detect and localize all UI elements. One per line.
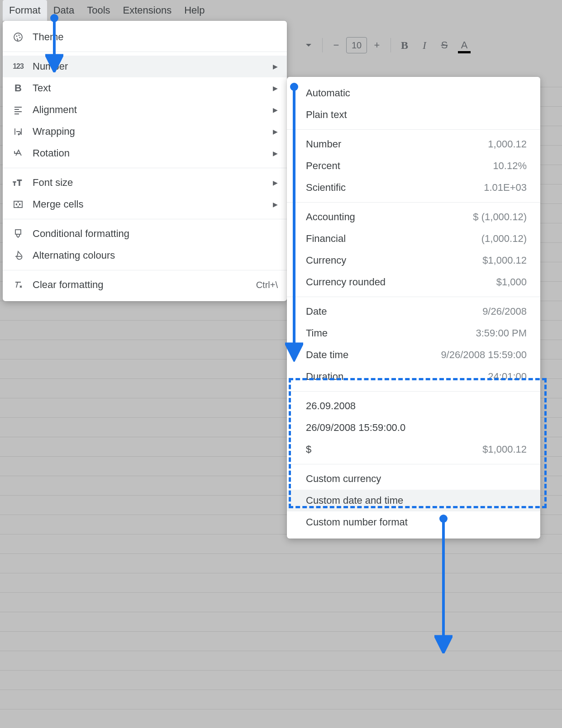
bold-button[interactable]: B	[395, 35, 414, 55]
merge-cells-icon	[12, 198, 24, 211]
menu-separator	[3, 52, 287, 52]
number-item-label: Accounting	[306, 211, 473, 223]
menubar-item-data[interactable]: Data	[47, 0, 81, 21]
menu-separator	[287, 297, 540, 297]
svg-point-2	[19, 35, 20, 36]
toolbar-separator	[322, 38, 323, 52]
number-item-label: Currency	[306, 255, 482, 266]
theme-icon	[12, 31, 24, 43]
number-item-label: 26.09.2008	[306, 400, 527, 412]
svg-point-1	[16, 36, 18, 37]
number-item-number[interactable]: Number 1,000.12	[287, 133, 540, 155]
number-item-recent-format[interactable]: 26/09/2008 15:59:00.0	[287, 417, 540, 439]
menu-item-label: Conditional formatting	[33, 228, 278, 240]
svg-text:T: T	[17, 179, 22, 187]
menu-item-label: Theme	[33, 31, 278, 43]
number-submenu: Automatic Plain text Number 1,000.12 Per…	[287, 77, 540, 539]
submenu-arrow-icon: ▶	[273, 63, 278, 70]
menu-item-clear-formatting[interactable]: Clear formatting Ctrl+\	[3, 274, 287, 296]
italic-button[interactable]: I	[414, 35, 434, 55]
menu-item-text[interactable]: B Text ▶	[3, 77, 287, 99]
menubar: Format Data Tools Extensions Help	[0, 0, 562, 21]
number-item-percent[interactable]: Percent 10.12%	[287, 155, 540, 177]
number-item-label: Custom date and time	[306, 495, 527, 506]
number-item-date-time[interactable]: Date time 9/26/2008 15:59:00	[287, 344, 540, 366]
number-item-custom-number-format[interactable]: Custom number format	[287, 511, 540, 533]
svg-text:T: T	[13, 181, 16, 186]
menu-item-alternating-colours[interactable]: Alternating colours	[3, 245, 287, 266]
menu-separator	[3, 219, 287, 219]
menu-item-rotation[interactable]: Rotation ▶	[3, 142, 287, 164]
menubar-item-help[interactable]: Help	[178, 0, 211, 21]
submenu-arrow-icon: ▶	[273, 179, 278, 186]
toolbar-more-dropdown[interactable]	[299, 35, 319, 55]
submenu-arrow-icon: ▶	[273, 85, 278, 92]
menu-item-number[interactable]: 123 Number ▶	[3, 56, 287, 77]
menu-item-merge-cells[interactable]: Merge cells ▶	[3, 194, 287, 215]
number-item-time[interactable]: Time 3:59:00 PM	[287, 322, 540, 344]
menu-separator	[287, 391, 540, 392]
menubar-item-format[interactable]: Format	[3, 0, 47, 21]
number-item-label: Duration	[306, 371, 488, 383]
number-item-example: $1,000.12	[482, 444, 527, 455]
number-item-scientific[interactable]: Scientific 1.01E+03	[287, 177, 540, 199]
number-item-financial[interactable]: Financial (1,000.12)	[287, 228, 540, 250]
number-item-example: 1.01E+03	[484, 182, 527, 194]
submenu-arrow-icon: ▶	[273, 150, 278, 157]
number-item-example: $ (1,000.12)	[473, 211, 527, 223]
format-menu: Theme 123 Number ▶ B Text ▶ Alignment ▶ …	[3, 21, 287, 301]
menu-item-theme[interactable]: Theme	[3, 26, 287, 48]
menu-item-conditional-formatting[interactable]: Conditional formatting	[3, 223, 287, 245]
number-item-currency-rounded[interactable]: Currency rounded $1,000	[287, 271, 540, 293]
number-item-label: Automatic	[306, 87, 527, 99]
number-item-duration[interactable]: Duration 24:01:00	[287, 366, 540, 388]
submenu-arrow-icon: ▶	[273, 106, 278, 113]
number-item-plain-text[interactable]: Plain text	[287, 104, 540, 126]
number-item-custom-currency[interactable]: Custom currency	[287, 468, 540, 490]
menu-item-label: Wrapping	[33, 126, 265, 137]
number-item-label: Date time	[306, 349, 441, 361]
rotation-icon	[12, 147, 24, 160]
font-size-input[interactable]: 10	[346, 37, 367, 53]
submenu-arrow-icon: ▶	[273, 128, 278, 135]
number-item-example: $1,000	[496, 276, 527, 288]
text-color-button[interactable]: A	[454, 35, 474, 55]
toolbar-separator	[391, 38, 391, 52]
number-item-currency[interactable]: Currency $1,000.12	[287, 250, 540, 271]
menu-separator	[287, 129, 540, 130]
menu-item-label: Clear formatting	[33, 279, 248, 291]
menu-item-font-size[interactable]: TT Font size ▶	[3, 172, 287, 194]
number-item-label: Date	[306, 306, 482, 317]
number-item-date[interactable]: Date 9/26/2008	[287, 301, 540, 322]
menu-item-label: Font size	[33, 177, 265, 189]
menubar-item-tools[interactable]: Tools	[81, 0, 116, 21]
number-item-custom-date-time[interactable]: Custom date and time	[287, 490, 540, 511]
number-item-label: Percent	[306, 160, 493, 172]
number-item-example: (1,000.12)	[481, 233, 527, 245]
number-item-label: Financial	[306, 233, 481, 245]
number-item-example: $1,000.12	[482, 255, 527, 266]
font-size-increase-button[interactable]: +	[367, 35, 387, 55]
font-size-decrease-button[interactable]: −	[326, 35, 346, 55]
menu-separator	[287, 202, 540, 203]
number-item-recent-format[interactable]: $ $1,000.12	[287, 439, 540, 460]
strikethrough-button[interactable]: S	[434, 35, 454, 55]
menu-item-alignment[interactable]: Alignment ▶	[3, 99, 287, 121]
wrapping-icon	[12, 125, 24, 138]
number-item-accounting[interactable]: Accounting $ (1,000.12)	[287, 206, 540, 228]
menu-item-label: Text	[33, 82, 265, 94]
number-item-automatic[interactable]: Automatic	[287, 82, 540, 104]
alignment-icon	[12, 104, 24, 116]
svg-rect-7	[15, 230, 21, 234]
menu-item-label: Alternating colours	[33, 250, 278, 261]
menu-separator	[3, 270, 287, 270]
menubar-item-extensions[interactable]: Extensions	[117, 0, 178, 21]
number-item-label: Plain text	[306, 109, 527, 121]
menu-separator	[287, 464, 540, 464]
menu-item-wrapping[interactable]: Wrapping ▶	[3, 121, 287, 142]
font-size-icon: TT	[12, 176, 24, 189]
menu-separator	[3, 168, 287, 168]
number-item-example: 3:59:00 PM	[476, 327, 527, 339]
number-item-recent-format[interactable]: 26.09.2008	[287, 395, 540, 417]
number-item-label: Custom currency	[306, 473, 527, 485]
